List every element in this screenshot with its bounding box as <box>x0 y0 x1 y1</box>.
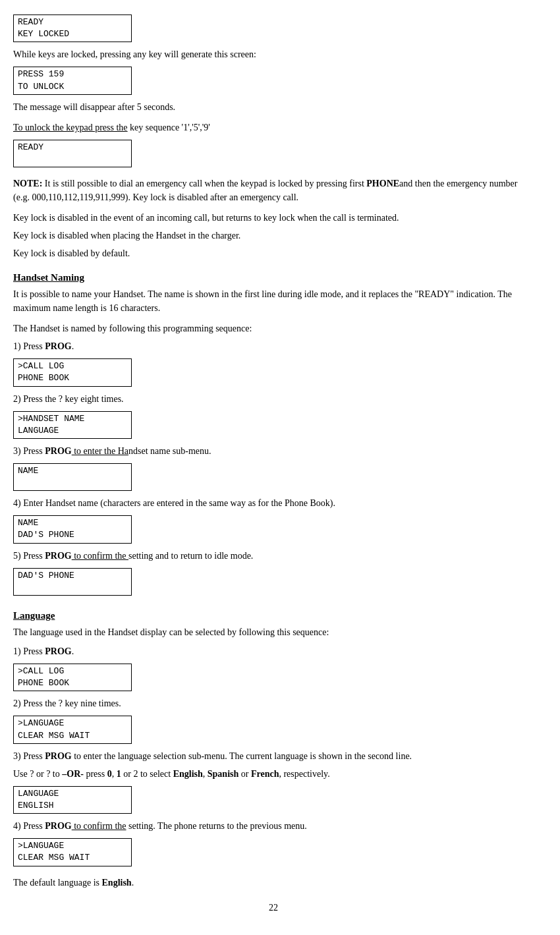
lang-step1: 1) Press PROG. <box>13 644 534 658</box>
french-bold: French <box>251 769 279 779</box>
lang-clear2-line1: >LANGUAGE <box>18 840 127 852</box>
press-159-display: PRESS 159 TO UNLOCK <box>13 67 132 94</box>
lang-step2: 2) Press the ? key nine times. <box>13 696 534 710</box>
press-159-line1: PRESS 159 <box>18 69 127 80</box>
ready-screen: READY <box>13 138 534 169</box>
ready-line2 <box>18 154 127 165</box>
name-line2-empty <box>18 477 127 489</box>
to-unlock-line: TO UNLOCK <box>18 81 127 93</box>
or-bold: –OR- <box>62 769 84 779</box>
english-bold: English <box>173 769 203 779</box>
screen-display: READY KEY LOCKED <box>13 14 132 42</box>
keylock1: Key lock is disabled in the event of an … <box>13 211 534 225</box>
hn-step1: 1) Press PROG. <box>13 339 534 353</box>
hn-step4: 4) Enter Handset name (characters are en… <box>13 496 534 510</box>
language-desc: The language used in the Handset display… <box>13 625 534 639</box>
unlock-instruction: To unlock the keypad press the key seque… <box>13 121 534 134</box>
intro-text: While keys are locked, pressing any key … <box>13 47 534 61</box>
name-line1: NAME <box>18 465 127 477</box>
call-log-screen-2: >CALL LOG PHONE BOOK <box>13 662 534 693</box>
lang-clear-line2: CLEAR MSG WAIT <box>18 730 127 742</box>
prog-bold-2: PROG <box>45 446 71 456</box>
one-bold: 1 <box>117 769 121 779</box>
lang-clear-line1: >LANGUAGE <box>18 718 127 729</box>
keylock2: Key lock is disabled when placing the Ha… <box>13 229 534 242</box>
prog-bold-6: PROG <box>45 821 71 831</box>
page-number: 22 <box>13 903 534 913</box>
dads-phone-final-screen: DAD'S PHONE <box>13 567 534 597</box>
call-log-screen-1: >CALL LOG PHONE BOOK <box>13 357 534 387</box>
handset-name-line1: >HANDSET NAME <box>18 413 127 425</box>
lang-step3-line2: Use ? or ? to –OR- press 0, 1 or 2 to se… <box>13 767 534 781</box>
keylock3: Key lock is disabled by default. <box>13 246 534 260</box>
zero-bold: 0 <box>107 769 112 779</box>
phone-bold: PHONE <box>366 179 399 188</box>
handset-name-screen: >HANDSET NAME LANGUAGE <box>13 410 534 440</box>
ready-display: READY <box>13 140 132 167</box>
language-line1: LANGUAGE <box>18 425 127 437</box>
handset-naming-desc: It is possible to name your Handset. The… <box>13 287 534 315</box>
name-dads-line2: DAD'S PHONE <box>18 529 127 541</box>
english-default-bold: English <box>102 878 132 888</box>
disappear-text: The message will disappear after 5 secon… <box>13 100 534 114</box>
lang-english-screen: LANGUAGE ENGLISH <box>13 785 534 815</box>
lang-step4: 4) Press PROG to confirm the setting. Th… <box>13 819 534 833</box>
handset-seq-intro: The Handset is named by following this p… <box>13 322 534 335</box>
ready-line1: READY <box>18 142 127 154</box>
name-dads-screen: NAME DAD'S PHONE <box>13 514 534 544</box>
note-paragraph: NOTE: It is still possible to dial an em… <box>13 177 534 204</box>
hn-step2: 2) Press the ? key eight times. <box>13 392 534 406</box>
lang-step3: 3) Press PROG to enter the language sele… <box>13 749 534 763</box>
call-log-line2: >CALL LOG <box>18 666 127 677</box>
press-159-screen: PRESS 159 TO UNLOCK <box>13 65 534 96</box>
prog-bold-1: PROG <box>45 341 71 351</box>
phone-book-line1: PHONE BOOK <box>18 372 127 384</box>
dads-phone-final-line2 <box>18 582 127 594</box>
ready-key-locked-screen: READY KEY LOCKED <box>13 13 534 43</box>
lang-clear2-line2: CLEAR MSG WAIT <box>18 852 127 864</box>
note-label: NOTE: <box>13 179 42 188</box>
spanish-bold: Spanish <box>208 769 238 779</box>
prog-bold-3: PROG <box>45 551 71 561</box>
dads-phone-final-line1: DAD'S PHONE <box>18 570 127 582</box>
language-clear-screen: >LANGUAGE CLEAR MSG WAIT <box>13 714 534 745</box>
hn-step3: 3) Press PROG to enter the Handset name … <box>13 444 534 458</box>
hn-step5: 5) Press PROG to confirm the setting and… <box>13 549 534 563</box>
english-line: ENGLISH <box>18 800 127 812</box>
prog-bold-4: PROG <box>45 646 71 656</box>
screen-line1: READY <box>18 16 127 28</box>
prog-bold-5: PROG <box>45 751 71 761</box>
default-lang-text: The default language is English. <box>13 876 534 890</box>
language-heading: Language <box>13 610 534 621</box>
lang-clear2-screen: >LANGUAGE CLEAR MSG WAIT <box>13 837 534 867</box>
handset-naming-heading: Handset Naming <box>13 272 534 283</box>
screen-line2: KEY LOCKED <box>18 28 127 40</box>
call-log-line1: >CALL LOG <box>18 360 127 372</box>
language-label-line: LANGUAGE <box>18 788 127 800</box>
name-empty-screen: NAME <box>13 462 534 492</box>
name-dads-line1: NAME <box>18 517 127 529</box>
phone-book-line2: PHONE BOOK <box>18 677 127 689</box>
